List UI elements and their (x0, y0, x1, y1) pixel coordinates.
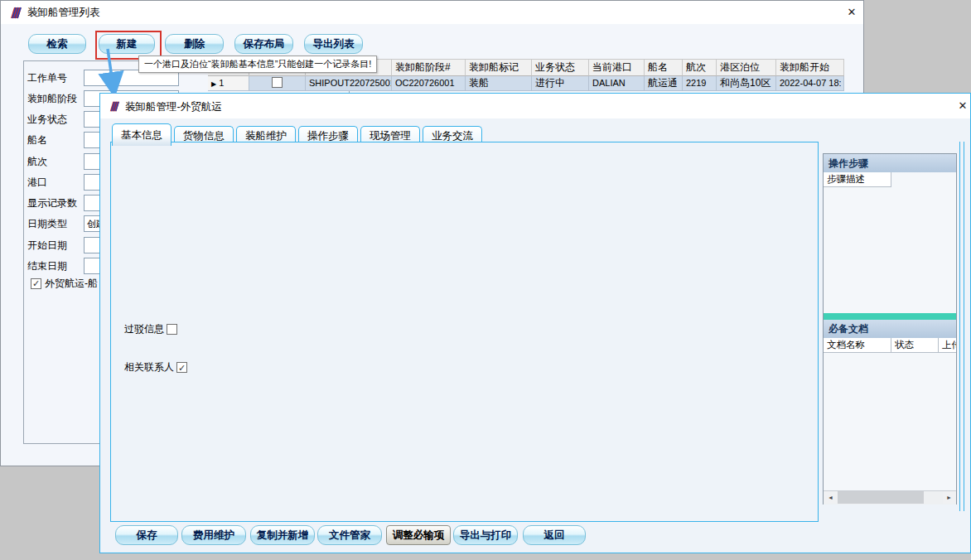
dialog-titlebar (100, 94, 970, 118)
export-print-button[interactable]: 导出与打印 (453, 525, 518, 545)
file-manager-button[interactable]: 文件管家 (317, 525, 382, 545)
contacts-group-title: 相关联系人 (122, 361, 190, 374)
docs-column-header[interactable]: 文档名称 (824, 338, 891, 353)
filter-label: 显示记录数 (27, 195, 77, 211)
row-checkbox[interactable] (272, 77, 283, 88)
close-icon[interactable] (845, 6, 858, 19)
table-header[interactable]: 装卸船标记 (466, 59, 532, 76)
docs-column-header[interactable]: 上传 (939, 338, 956, 353)
save-layout-button[interactable]: 保存布局 (234, 34, 293, 54)
row-indicator-cell[interactable]: 1 (208, 76, 249, 91)
back-button[interactable]: 返回 (523, 525, 586, 545)
table-cell[interactable]: 进行中 (532, 76, 589, 91)
tab-content-pane (110, 142, 819, 522)
dialog-title: 装卸船管理-外贸航运 (125, 100, 222, 114)
annotation-arrow-icon (98, 47, 128, 94)
table-header[interactable]: 装卸船开始 (776, 59, 844, 76)
steps-column-header[interactable]: 步骤描述 (824, 172, 891, 187)
fee-maintain-button[interactable]: 费用维护 (181, 525, 246, 545)
table-header[interactable]: 航次 (683, 59, 717, 76)
tooltip: 一个港口及泊位“装卸船基本信息”只能创建一个记录条目! (138, 56, 377, 73)
filter-label: 开始日期 (27, 237, 67, 253)
filter-label: 日期类型 (27, 215, 67, 232)
filter-label: 装卸船阶段 (27, 90, 77, 107)
filter-label: 船名 (27, 132, 47, 148)
right-panel: 操作步骤 步骤描述 必备文档 文档名称 状态 上传 (823, 153, 957, 504)
row-marker-icon (211, 80, 216, 88)
tab-basic-info[interactable]: 基本信息 (112, 123, 171, 146)
docs-column-header[interactable]: 状态 (891, 338, 939, 353)
filter-label: 工作单号 (27, 70, 67, 86)
copy-and-new-button[interactable]: 复制并新增 (250, 525, 315, 545)
desktop: 装卸船管理列表 检索 新建 删除 保存布局 导出列表 工作单号 装卸船阶段 业务… (0, 0, 971, 560)
contacts-checkbox[interactable] (176, 362, 187, 373)
table-cell[interactable]: 2219 (683, 76, 717, 91)
foreign-trade-checkbox[interactable] (31, 278, 41, 289)
table-cell[interactable]: SHIPOUT220725001 (306, 76, 392, 91)
scroll-left-icon[interactable] (824, 491, 837, 504)
transfer-checkbox[interactable] (167, 324, 177, 335)
scrollbar-thumb[interactable] (838, 491, 924, 504)
foreign-trade-checkbox-label: 外贸航运-船 (45, 275, 98, 292)
dialog-window: 装卸船管理-外贸航运 基本信息 货物信息 装船维护 操作步骤 现场管理 业务交流… (99, 93, 971, 553)
app-logo-icon (108, 101, 121, 112)
delete-button[interactable]: 删除 (165, 34, 224, 54)
table-cell[interactable]: 2022-04-07 18: (776, 76, 844, 91)
panel-divider (964, 142, 964, 511)
filter-label: 航次 (27, 153, 47, 170)
steps-panel-header: 操作步骤 (824, 154, 956, 172)
table-header[interactable]: 港区泊位 (717, 59, 776, 76)
table-cell[interactable]: 和尚岛10区 (717, 76, 776, 91)
panel-divider (959, 142, 960, 511)
export-list-button[interactable]: 导出列表 (304, 34, 363, 54)
panel-splitter[interactable] (824, 313, 956, 320)
app-logo-icon (8, 7, 23, 19)
save-button[interactable]: 保存 (115, 525, 178, 545)
table-header[interactable]: 当前港口 (589, 59, 645, 76)
filter-label: 业务状态 (27, 111, 67, 128)
close-icon[interactable] (956, 99, 969, 113)
docs-panel-header: 必备文档 (824, 320, 956, 338)
transfer-group-title: 过驳信息 (122, 323, 180, 336)
adjust-required-button[interactable]: 调整必输项 (386, 525, 451, 545)
table-header[interactable]: 业务状态 (532, 59, 589, 76)
table-cell[interactable]: 装船 (466, 76, 532, 91)
table-header[interactable]: 装卸船阶段# (392, 59, 466, 76)
filter-label: 结束日期 (27, 258, 67, 274)
main-window-title: 装卸船管理列表 (27, 1, 100, 24)
search-button[interactable]: 检索 (28, 34, 86, 54)
filter-label: 港口 (27, 174, 47, 191)
main-titlebar (1, 1, 863, 24)
table-cell[interactable]: DALIAN (589, 76, 645, 91)
table-header[interactable]: 船名 (645, 59, 683, 76)
table-cell[interactable]: 航运通 (645, 76, 683, 91)
table-cell[interactable]: OC220726001 (392, 76, 466, 91)
row-checkbox-cell[interactable] (249, 76, 306, 91)
scroll-right-icon[interactable] (943, 491, 955, 504)
